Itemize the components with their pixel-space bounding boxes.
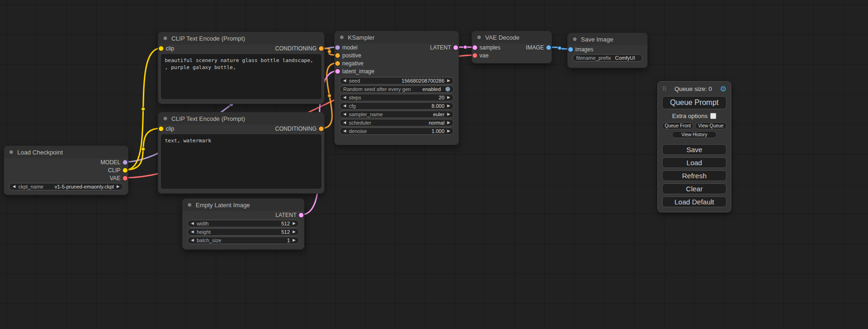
clip-input-dot[interactable]: [159, 126, 163, 131]
increment-arrow-icon[interactable]: ▶: [293, 230, 296, 234]
conditioning-output-dot[interactable]: [319, 126, 324, 131]
widget-filename-prefix[interactable]: filename_prefix ComfyUI: [572, 54, 642, 62]
node-title-bar[interactable]: Load Checkpoint: [4, 146, 128, 158]
queue-front-button[interactable]: Queue Front: [662, 122, 693, 129]
widget-value: v1-5-pruned-emaonly.ckpt: [55, 184, 114, 189]
decrement-arrow-icon[interactable]: ◀: [343, 112, 346, 116]
clip-output-dot[interactable]: [123, 168, 127, 173]
latent-output-dot[interactable]: [453, 45, 458, 50]
extra-options-checkbox[interactable]: [710, 113, 716, 119]
view-queue-button[interactable]: View Queue: [695, 122, 727, 129]
increment-arrow-icon[interactable]: ▶: [293, 238, 296, 242]
node-title-bar[interactable]: Empty Latent Image: [183, 199, 304, 211]
collapse-toggle-icon[interactable]: [163, 116, 168, 121]
node-clip-text-encode-positive[interactable]: CLIP Text Encode (Prompt) clip CONDITION…: [158, 32, 325, 104]
refresh-button[interactable]: Refresh: [662, 170, 727, 181]
collapse-toggle-icon[interactable]: [187, 203, 192, 207]
increment-arrow-icon[interactable]: ▶: [447, 79, 450, 83]
widget-seed[interactable]: ◀ seed 156680208700286 ▶: [339, 77, 454, 84]
decrement-arrow-icon[interactable]: ◀: [191, 230, 194, 234]
increment-arrow-icon[interactable]: ▶: [117, 185, 120, 189]
decrement-arrow-icon[interactable]: ◀: [191, 222, 194, 225]
collapse-toggle-icon[interactable]: [477, 35, 481, 40]
node-load-checkpoint[interactable]: Load Checkpoint MODEL CLIP VAE ◀ ckpt_na…: [4, 146, 128, 195]
clip-input-dot[interactable]: [159, 46, 163, 51]
decrement-arrow-icon[interactable]: ◀: [191, 238, 194, 242]
decrement-arrow-icon[interactable]: ◀: [343, 129, 346, 133]
widget-label: cfg: [349, 103, 356, 109]
vae-output-dot[interactable]: [123, 176, 127, 181]
node-title-bar[interactable]: Save Image: [568, 33, 647, 45]
increment-arrow-icon[interactable]: ▶: [447, 112, 450, 116]
drag-handle-icon[interactable]: ⠿: [662, 85, 667, 92]
widget-sampler-name[interactable]: ◀ sampler_name euler ▶: [339, 111, 454, 118]
decrement-arrow-icon[interactable]: ◀: [343, 96, 346, 99]
decrement-arrow-icon[interactable]: ◀: [343, 104, 346, 108]
widget-label: height: [197, 229, 211, 235]
increment-arrow-icon[interactable]: ▶: [447, 121, 450, 125]
conditioning-output-dot[interactable]: [319, 46, 324, 51]
widget-batch-size[interactable]: ◀ batch_size 1 ▶: [187, 237, 299, 244]
widget-value: enabled: [423, 86, 441, 92]
collapse-toggle-icon[interactable]: [163, 36, 168, 41]
slot-row-vae: vae: [472, 51, 551, 59]
positive-input-dot[interactable]: [335, 53, 340, 58]
slot-row: clip CONDITIONING: [158, 44, 324, 52]
node-clip-text-encode-negative[interactable]: CLIP Text Encode (Prompt) clip CONDITION…: [158, 112, 325, 194]
positive-prompt-textarea[interactable]: beautiful scenery nature glass bottle la…: [161, 54, 321, 99]
collapse-toggle-icon[interactable]: [9, 150, 14, 154]
slot-row-samples: samples IMAGE: [472, 43, 551, 51]
collapse-toggle-icon[interactable]: [339, 35, 344, 40]
load-button[interactable]: Load: [662, 157, 727, 168]
decrement-arrow-icon[interactable]: ◀: [343, 79, 346, 83]
latent-output-dot[interactable]: [299, 213, 303, 217]
node-ksampler[interactable]: KSampler model LATENT positive negative …: [334, 31, 459, 145]
widget-steps[interactable]: ◀ steps 20 ▶: [339, 94, 454, 101]
decrement-arrow-icon[interactable]: ◀: [13, 185, 15, 189]
save-button[interactable]: Save: [662, 144, 727, 155]
output-slot-model: MODEL: [4, 158, 128, 166]
samples-input-dot[interactable]: [473, 45, 477, 50]
slot-row-model: model LATENT: [335, 43, 459, 51]
node-title-label: KSampler: [348, 34, 374, 41]
increment-arrow-icon[interactable]: ▶: [447, 129, 450, 133]
increment-arrow-icon[interactable]: ▶: [293, 222, 296, 225]
node-title-bar[interactable]: CLIP Text Encode (Prompt): [158, 32, 324, 44]
images-input-dot[interactable]: [568, 47, 573, 52]
clear-button[interactable]: Clear: [662, 183, 727, 194]
toggle-dot-icon[interactable]: [445, 87, 450, 91]
node-graph-canvas[interactable]: Load Checkpoint MODEL CLIP VAE ◀ ckpt_na…: [0, 0, 868, 329]
image-output-dot[interactable]: [546, 45, 551, 50]
node-title-label: CLIP Text Encode (Prompt): [171, 115, 245, 122]
node-title-bar[interactable]: CLIP Text Encode (Prompt): [158, 112, 324, 125]
increment-arrow-icon[interactable]: ▶: [447, 104, 450, 108]
view-history-button[interactable]: View History: [672, 131, 717, 138]
widget-denoise[interactable]: ◀ denoise 1.000 ▶: [339, 127, 454, 135]
wire-midpoint-dot: [558, 46, 562, 50]
extra-options-label: Extra options: [672, 112, 708, 119]
model-input-dot[interactable]: [335, 45, 340, 50]
widget-ckpt-name[interactable]: ◀ ckpt_name v1-5-pruned-emaonly.ckpt ▶: [9, 183, 123, 190]
negative-prompt-textarea[interactable]: text, watermark: [161, 134, 321, 189]
queue-prompt-button[interactable]: Queue Prompt: [662, 96, 727, 109]
widget-scheduler[interactable]: ◀ scheduler normal ▶: [339, 119, 454, 126]
vae-input-dot[interactable]: [473, 53, 477, 58]
latent-image-input-dot[interactable]: [335, 69, 340, 74]
node-save-image[interactable]: Save Image images filename_prefix ComfyU…: [567, 33, 648, 68]
node-empty-latent-image[interactable]: Empty Latent Image LATENT ◀ width 512 ▶ …: [182, 198, 304, 250]
widget-cfg[interactable]: ◀ cfg 8.000 ▶: [339, 102, 454, 110]
widget-height[interactable]: ◀ height 512 ▶: [187, 228, 299, 236]
collapse-toggle-icon[interactable]: [572, 37, 577, 42]
node-vae-decode[interactable]: VAE Decode samples IMAGE vae: [472, 31, 552, 63]
model-output-dot[interactable]: [123, 160, 127, 165]
output-slot-vae: VAE: [4, 174, 128, 182]
node-title-bar[interactable]: VAE Decode: [472, 31, 551, 43]
load-default-button[interactable]: Load Default: [662, 196, 727, 207]
widget-random-seed-toggle[interactable]: Random seed after every gen enabled: [339, 85, 454, 93]
node-title-bar[interactable]: KSampler: [335, 31, 459, 43]
increment-arrow-icon[interactable]: ▶: [447, 96, 450, 99]
negative-input-dot[interactable]: [335, 61, 340, 66]
decrement-arrow-icon[interactable]: ◀: [343, 121, 346, 125]
settings-gear-icon[interactable]: ⚙: [720, 84, 727, 93]
widget-width[interactable]: ◀ width 512 ▶: [187, 220, 299, 227]
